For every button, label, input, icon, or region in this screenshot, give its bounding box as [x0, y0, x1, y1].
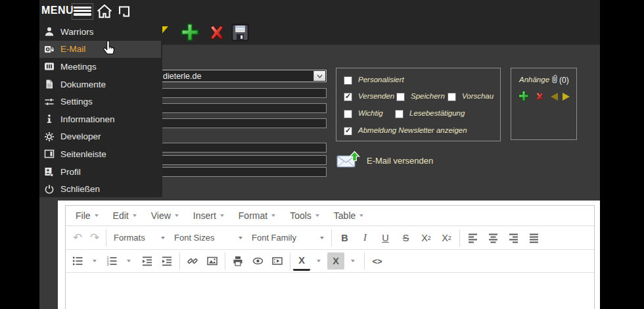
- separator: [331, 229, 332, 247]
- editor-content-area[interactable]: [66, 273, 594, 309]
- checkbox-vorschau[interactable]: [448, 93, 456, 101]
- attachments-count: (0): [559, 76, 569, 85]
- subscript-button[interactable]: X2: [416, 229, 436, 247]
- attachment-delete-icon[interactable]: [535, 92, 545, 101]
- media-icon[interactable]: [267, 252, 287, 270]
- align-left-icon[interactable]: [463, 229, 483, 247]
- superscript-button[interactable]: X2: [436, 229, 457, 247]
- menu-item-warriors[interactable]: Warriors: [39, 23, 161, 41]
- undo-icon[interactable]: [69, 229, 86, 247]
- numbered-list-caret[interactable]: [120, 252, 137, 270]
- chevron-down-icon: [315, 214, 319, 217]
- italic-button[interactable]: I: [355, 229, 375, 247]
- separator: [459, 229, 460, 247]
- background-color-caret[interactable]: [344, 252, 361, 270]
- editor-menu-edit[interactable]: Edit: [106, 206, 144, 226]
- label-lesebestaetigung: Lesebestätigung: [409, 109, 465, 117]
- align-center-icon[interactable]: [483, 229, 503, 247]
- outlook-mail-icon: [43, 43, 55, 55]
- text-color-button[interactable]: X: [293, 252, 310, 271]
- chevron-down-icon[interactable]: [313, 71, 325, 81]
- editor-menu-view[interactable]: View: [144, 206, 186, 226]
- menu-item-schliessen[interactable]: Schließen: [39, 180, 161, 198]
- svg-text:3: 3: [107, 262, 109, 266]
- attachments-title: Anhänge: [519, 76, 549, 83]
- delete-icon[interactable]: [208, 24, 226, 41]
- editor-menubar: File Edit View Insert Format Tools Table: [66, 206, 594, 226]
- label-wichtig: Wichtig: [358, 109, 383, 117]
- chevron-down-icon: [320, 237, 324, 239]
- menu-item-developer[interactable]: Developer: [39, 128, 161, 146]
- separator: [290, 252, 290, 270]
- send-email-button[interactable]: E-Mail versenden: [336, 151, 433, 170]
- checkbox-speichern[interactable]: [396, 93, 405, 101]
- label-abmeldung-newsletter: Abmeldung Newsletter anzeigen: [358, 126, 467, 134]
- sender-select-value: dieterle.de: [163, 72, 201, 81]
- chevron-down-icon: [133, 214, 137, 217]
- attachments-panel: Anhänge (0): [511, 68, 577, 140]
- send-email-label: E-Mail versenden: [367, 156, 433, 166]
- home-icon[interactable]: [96, 3, 113, 19]
- chevron-down-icon: [359, 214, 363, 217]
- menu-item-seitenleiste[interactable]: Seitenleiste: [39, 145, 161, 163]
- editor-menu-format[interactable]: Format: [231, 206, 283, 226]
- menu-item-informationen[interactable]: Informationen: [39, 110, 161, 128]
- font-family-dropdown[interactable]: Font Family: [247, 229, 329, 247]
- power-icon: [43, 183, 55, 195]
- attachment-add-icon[interactable]: [518, 90, 530, 102]
- outdent-icon[interactable]: [137, 252, 157, 270]
- checkbox-personalisiert[interactable]: [344, 76, 352, 85]
- editor-menu-insert[interactable]: Insert: [186, 206, 231, 226]
- separator: [225, 252, 225, 270]
- formats-dropdown[interactable]: Formats: [109, 229, 170, 247]
- code-button[interactable]: <>: [367, 252, 387, 270]
- print-icon[interactable]: [228, 252, 248, 270]
- editor-menu-file[interactable]: File: [68, 206, 106, 226]
- link-icon[interactable]: [183, 252, 202, 270]
- save-icon[interactable]: [231, 23, 250, 42]
- chevron-down-icon: [175, 214, 179, 217]
- checkbox-abmeldung-newsletter[interactable]: [344, 127, 352, 135]
- sliders-icon: [43, 96, 55, 107]
- label-speichern: Speichern: [411, 92, 445, 100]
- hamburger-icon[interactable]: [74, 5, 91, 18]
- align-right-icon[interactable]: [503, 229, 524, 247]
- strikethrough-button[interactable]: S: [396, 229, 416, 247]
- document-icon: [43, 79, 55, 90]
- underline-button[interactable]: U: [375, 229, 396, 247]
- attachment-prev-icon[interactable]: [551, 93, 558, 101]
- menu-item-settings[interactable]: Settings: [39, 93, 161, 110]
- numbered-list-icon[interactable]: 123: [103, 252, 120, 270]
- send-mail-icon: [336, 151, 360, 170]
- background-color-button[interactable]: X: [327, 252, 344, 270]
- checkbox-wichtig[interactable]: [344, 110, 352, 118]
- menu-item-dokumente[interactable]: Dokumente: [39, 76, 161, 93]
- editor-menu-table[interactable]: Table: [327, 206, 371, 226]
- hamburger-bar: [74, 7, 91, 9]
- redo-icon[interactable]: [86, 229, 103, 247]
- exit-icon[interactable]: [118, 5, 131, 18]
- indent-icon[interactable]: [157, 252, 177, 270]
- add-icon[interactable]: [180, 22, 200, 42]
- attachment-next-icon[interactable]: [563, 93, 570, 101]
- menu-item-meetings[interactable]: Meetings: [39, 58, 161, 76]
- text-color-caret[interactable]: [310, 252, 327, 270]
- checkbox-versenden[interactable]: [344, 93, 352, 101]
- hamburger-bar: [74, 13, 91, 15]
- richtext-editor: File Edit View Insert Format Tools Table…: [65, 205, 595, 309]
- bullet-list-caret[interactable]: [86, 252, 103, 270]
- menu-item-profil[interactable]: Profil: [39, 163, 161, 181]
- align-justify-icon[interactable]: [524, 229, 544, 247]
- gear-icon: [43, 131, 55, 142]
- checkbox-lesebestaetigung[interactable]: [395, 110, 403, 118]
- bold-button[interactable]: B: [334, 229, 355, 247]
- preview-eye-icon[interactable]: [248, 252, 267, 270]
- chevron-down-icon: [161, 237, 165, 239]
- image-icon[interactable]: [202, 252, 222, 270]
- menu-item-email[interactable]: E-Mail: [39, 41, 161, 59]
- editor-menu-tools[interactable]: Tools: [283, 206, 327, 226]
- font-sizes-dropdown[interactable]: Font Sizes: [170, 229, 247, 247]
- bullet-list-icon[interactable]: [69, 252, 86, 270]
- hamburger-bar: [74, 10, 91, 12]
- label-personalisiert: Personalisiert: [358, 76, 404, 83]
